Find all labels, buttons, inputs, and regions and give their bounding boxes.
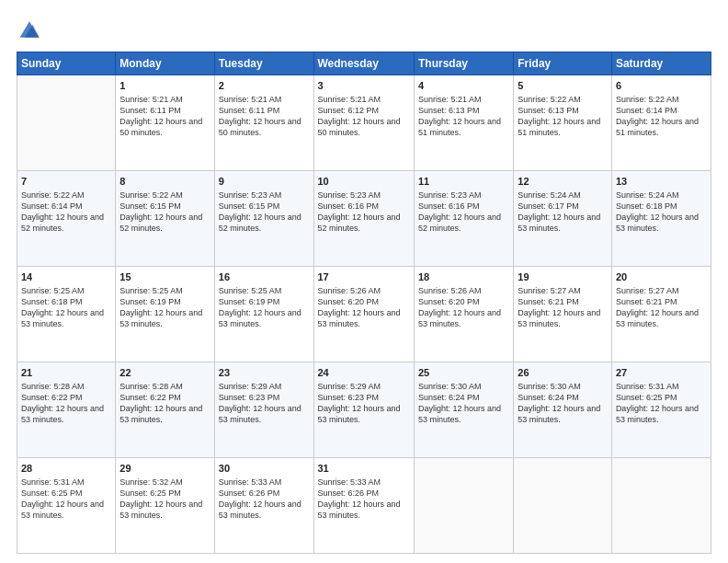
day-info: Sunrise: 5:26 AMSunset: 6:20 PMDaylight:… [418,285,509,330]
calendar-cell: 29Sunrise: 5:32 AMSunset: 6:25 PMDayligh… [116,458,214,554]
day-info: Sunrise: 5:31 AMSunset: 6:25 PMDaylight:… [616,381,707,426]
day-number: 23 [219,366,310,380]
calendar-header-row: SundayMondayTuesdayWednesdayThursdayFrid… [17,52,711,75]
day-info: Sunrise: 5:30 AMSunset: 6:24 PMDaylight:… [518,381,608,426]
calendar-cell: 24Sunrise: 5:29 AMSunset: 6:23 PMDayligh… [313,362,414,458]
header-day-thursday: Thursday [414,52,513,75]
calendar-week-5: 28Sunrise: 5:31 AMSunset: 6:25 PMDayligh… [17,458,711,554]
calendar-cell: 19Sunrise: 5:27 AMSunset: 6:21 PMDayligh… [514,267,612,362]
day-info: Sunrise: 5:23 AMSunset: 6:15 PMDaylight:… [219,190,310,235]
calendar-cell: 18Sunrise: 5:26 AMSunset: 6:20 PMDayligh… [414,267,513,362]
calendar-cell: 1Sunrise: 5:21 AMSunset: 6:11 PMDaylight… [116,75,214,171]
calendar-cell: 26Sunrise: 5:30 AMSunset: 6:24 PMDayligh… [514,362,612,458]
day-number: 28 [21,462,111,476]
header-day-tuesday: Tuesday [214,52,313,75]
day-number: 21 [21,366,111,380]
day-info: Sunrise: 5:33 AMSunset: 6:26 PMDaylight:… [219,477,310,522]
day-info: Sunrise: 5:21 AMSunset: 6:11 PMDaylight:… [119,94,210,139]
day-info: Sunrise: 5:22 AMSunset: 6:14 PMDaylight:… [21,190,111,235]
calendar-cell [17,75,116,171]
logo-icon [17,17,42,42]
page: SundayMondayTuesdayWednesdayThursdayFrid… [0,0,728,563]
day-info: Sunrise: 5:21 AMSunset: 6:11 PMDaylight:… [219,94,310,139]
day-number: 13 [616,175,707,189]
day-number: 29 [119,462,210,476]
day-number: 31 [318,462,410,476]
calendar-cell: 7Sunrise: 5:22 AMSunset: 6:14 PMDaylight… [17,171,116,267]
day-info: Sunrise: 5:25 AMSunset: 6:19 PMDaylight:… [219,285,310,330]
calendar-cell [611,458,711,554]
calendar-cell: 15Sunrise: 5:25 AMSunset: 6:19 PMDayligh… [116,267,214,362]
day-number: 25 [418,366,509,380]
day-info: Sunrise: 5:23 AMSunset: 6:16 PMDaylight:… [418,190,509,235]
day-info: Sunrise: 5:26 AMSunset: 6:20 PMDaylight:… [318,285,410,330]
day-number: 7 [21,175,111,189]
day-info: Sunrise: 5:30 AMSunset: 6:24 PMDaylight:… [418,381,509,426]
day-info: Sunrise: 5:27 AMSunset: 6:21 PMDaylight:… [518,285,608,330]
day-info: Sunrise: 5:28 AMSunset: 6:22 PMDaylight:… [21,381,111,426]
day-number: 2 [219,79,310,93]
day-number: 11 [418,175,509,189]
day-info: Sunrise: 5:33 AMSunset: 6:26 PMDaylight:… [318,477,410,522]
day-info: Sunrise: 5:22 AMSunset: 6:15 PMDaylight:… [119,190,210,235]
day-number: 8 [119,175,210,189]
day-info: Sunrise: 5:29 AMSunset: 6:23 PMDaylight:… [318,381,410,426]
calendar-cell: 12Sunrise: 5:24 AMSunset: 6:17 PMDayligh… [514,171,612,267]
calendar-cell: 31Sunrise: 5:33 AMSunset: 6:26 PMDayligh… [313,458,414,554]
day-number: 12 [518,175,608,189]
calendar-cell: 28Sunrise: 5:31 AMSunset: 6:25 PMDayligh… [17,458,116,554]
calendar-cell: 27Sunrise: 5:31 AMSunset: 6:25 PMDayligh… [611,362,711,458]
calendar-cell: 23Sunrise: 5:29 AMSunset: 6:23 PMDayligh… [214,362,313,458]
day-number: 18 [418,270,509,284]
calendar-cell [414,458,513,554]
calendar-week-2: 7Sunrise: 5:22 AMSunset: 6:14 PMDaylight… [17,171,711,267]
logo [17,17,44,42]
calendar-cell: 5Sunrise: 5:22 AMSunset: 6:13 PMDaylight… [514,75,612,171]
day-number: 22 [119,366,210,380]
day-number: 1 [119,79,210,93]
calendar-week-4: 21Sunrise: 5:28 AMSunset: 6:22 PMDayligh… [17,362,711,458]
calendar-cell: 6Sunrise: 5:22 AMSunset: 6:14 PMDaylight… [611,75,711,171]
day-info: Sunrise: 5:21 AMSunset: 6:12 PMDaylight:… [318,94,410,139]
day-info: Sunrise: 5:28 AMSunset: 6:22 PMDaylight:… [119,381,210,426]
calendar-week-3: 14Sunrise: 5:25 AMSunset: 6:18 PMDayligh… [17,267,711,362]
day-number: 30 [219,462,310,476]
day-number: 14 [21,270,111,284]
calendar-cell: 21Sunrise: 5:28 AMSunset: 6:22 PMDayligh… [17,362,116,458]
day-info: Sunrise: 5:25 AMSunset: 6:18 PMDaylight:… [21,285,111,330]
day-number: 16 [219,270,310,284]
calendar-cell: 2Sunrise: 5:21 AMSunset: 6:11 PMDaylight… [214,75,313,171]
header-day-wednesday: Wednesday [313,52,414,75]
header-day-sunday: Sunday [17,52,116,75]
calendar-cell: 30Sunrise: 5:33 AMSunset: 6:26 PMDayligh… [214,458,313,554]
calendar-cell: 10Sunrise: 5:23 AMSunset: 6:16 PMDayligh… [313,171,414,267]
day-info: Sunrise: 5:22 AMSunset: 6:13 PMDaylight:… [518,94,608,139]
calendar-cell: 11Sunrise: 5:23 AMSunset: 6:16 PMDayligh… [414,171,513,267]
calendar-cell: 9Sunrise: 5:23 AMSunset: 6:15 PMDaylight… [214,171,313,267]
day-number: 10 [318,175,410,189]
day-number: 9 [219,175,310,189]
day-number: 20 [616,270,707,284]
day-number: 19 [518,270,608,284]
calendar-table: SundayMondayTuesdayWednesdayThursdayFrid… [17,52,711,554]
day-info: Sunrise: 5:21 AMSunset: 6:13 PMDaylight:… [418,94,509,139]
calendar-cell: 25Sunrise: 5:30 AMSunset: 6:24 PMDayligh… [414,362,513,458]
day-info: Sunrise: 5:29 AMSunset: 6:23 PMDaylight:… [219,381,310,426]
day-info: Sunrise: 5:24 AMSunset: 6:18 PMDaylight:… [616,190,707,235]
day-number: 4 [418,79,509,93]
calendar-cell: 20Sunrise: 5:27 AMSunset: 6:21 PMDayligh… [611,267,711,362]
day-number: 15 [119,270,210,284]
day-info: Sunrise: 5:31 AMSunset: 6:25 PMDaylight:… [21,477,111,522]
header [17,17,711,42]
day-number: 17 [318,270,410,284]
day-number: 6 [616,79,707,93]
calendar-cell [514,458,612,554]
day-info: Sunrise: 5:23 AMSunset: 6:16 PMDaylight:… [318,190,410,235]
calendar-cell: 22Sunrise: 5:28 AMSunset: 6:22 PMDayligh… [116,362,214,458]
calendar-week-1: 1Sunrise: 5:21 AMSunset: 6:11 PMDaylight… [17,75,711,171]
day-number: 27 [616,366,707,380]
day-info: Sunrise: 5:27 AMSunset: 6:21 PMDaylight:… [616,285,707,330]
day-info: Sunrise: 5:22 AMSunset: 6:14 PMDaylight:… [616,94,707,139]
day-number: 5 [518,79,608,93]
calendar-cell: 14Sunrise: 5:25 AMSunset: 6:18 PMDayligh… [17,267,116,362]
